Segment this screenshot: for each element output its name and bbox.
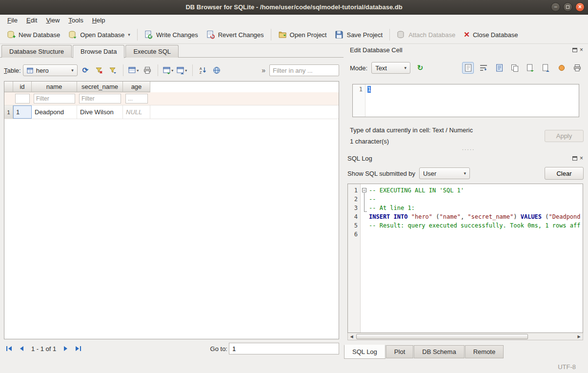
next-page-button[interactable] — [61, 343, 71, 354]
dock-tab-db-schema[interactable]: DB Schema — [414, 345, 464, 358]
cell-id[interactable]: 1 — [13, 105, 32, 119]
set-null-button[interactable] — [556, 62, 568, 74]
float-dock-icon[interactable] — [572, 48, 577, 52]
last-page-button[interactable] — [73, 343, 83, 354]
grid-corner-button[interactable] — [4, 82, 13, 92]
tab-database-structure[interactable]: Database Structure — [1, 45, 72, 58]
edit-cell-title: Edit Database Cell — [350, 46, 403, 54]
dock-tab-plot[interactable]: Plot — [386, 345, 413, 358]
cell-age[interactable]: NULL — [123, 105, 150, 119]
copy-cell-button[interactable] — [509, 62, 521, 74]
fold-collapse-icon[interactable]: − — [362, 188, 366, 192]
import-cell-button[interactable] — [540, 62, 552, 74]
close-button-icon[interactable]: × — [575, 2, 585, 12]
open-database-button[interactable]: Open Database ▾ — [64, 28, 134, 41]
fold-guide-line — [364, 193, 367, 212]
dock-tab-remote[interactable]: Remote — [465, 345, 504, 358]
filter-input-age[interactable] — [125, 94, 148, 104]
dock-tab-sql-log[interactable]: SQL Log — [344, 345, 385, 359]
import-records-button[interactable]: ▾ — [176, 64, 188, 76]
sql-log-title: SQL Log — [347, 155, 372, 162]
filter-options-button[interactable] — [107, 64, 119, 76]
tab-browse-data[interactable]: Browse Data — [73, 45, 124, 58]
row-header[interactable]: 1 — [4, 105, 13, 119]
print-cell-button[interactable] — [571, 62, 583, 74]
clear-log-button[interactable]: Clear — [545, 167, 584, 180]
close-database-button[interactable]: ✕ Close Database — [460, 29, 522, 41]
open-project-button[interactable]: Open Project — [274, 28, 331, 41]
save-project-button[interactable]: Save Project — [331, 28, 386, 41]
next-page-icon — [63, 346, 68, 352]
cell-type-info: Type of data currently in cell: Text / N… — [350, 126, 473, 134]
text-view-button[interactable] — [462, 62, 474, 74]
write-changes-button[interactable]: Write Changes — [141, 28, 202, 41]
menu-edit[interactable]: Edit — [22, 16, 41, 25]
menu-tools[interactable]: Tools — [64, 16, 87, 25]
filter-any-input[interactable] — [269, 64, 339, 76]
jump-to-record-button[interactable] — [211, 64, 223, 76]
goto-input[interactable] — [229, 343, 339, 354]
cell-value-editor[interactable]: 1 1 — [352, 84, 579, 117]
apply-button[interactable]: Apply — [545, 130, 584, 142]
pagination-text: 1 - 1 of 1 — [31, 345, 56, 352]
print-button[interactable] — [142, 64, 153, 76]
scroll-right-icon[interactable]: ▶ — [575, 334, 583, 339]
main-tabbar: Database Structure Browse Data Execute S… — [1, 45, 180, 58]
toolbar-overflow-button[interactable]: » — [260, 66, 267, 74]
clear-filters-button[interactable] — [93, 64, 105, 76]
prev-page-button[interactable] — [16, 343, 27, 354]
filter-input-id[interactable] — [15, 94, 30, 104]
auto-mode-button[interactable]: ↻ — [414, 62, 426, 74]
copy-icon — [511, 64, 519, 72]
menu-view[interactable]: View — [41, 16, 64, 25]
column-header-age[interactable]: age — [123, 82, 150, 92]
minimize-button-icon[interactable]: − — [551, 2, 560, 12]
refresh-button[interactable]: ⟳ — [80, 64, 91, 76]
filter-input-secret-name[interactable] — [79, 94, 121, 104]
sql-log-line: -- Result: query executed successfully. … — [369, 221, 583, 230]
table-label: Table: — [4, 67, 21, 74]
cell-name[interactable]: Deadpond — [32, 105, 77, 119]
menu-help[interactable]: Help — [88, 16, 110, 25]
sql-submitter-combobox[interactable]: User ▾ — [419, 167, 470, 179]
export-cell-button[interactable] — [525, 62, 536, 74]
mode-combobox[interactable]: Text ▾ — [371, 62, 410, 74]
chevron-down-icon: ▾ — [464, 171, 466, 176]
window-title: DB Browser for SQLite - /home/user/code/… — [185, 3, 402, 11]
browse-footer: 1 - 1 of 1 Go to: — [4, 342, 339, 355]
column-header-name[interactable]: name — [32, 82, 77, 92]
sql-log-horizontal-scrollbar[interactable]: ◀ ▶ — [347, 333, 583, 340]
toolbar-separator — [192, 64, 193, 76]
toolbar-separator — [158, 64, 158, 76]
editor-content[interactable]: 1 — [365, 84, 579, 117]
new-record-button[interactable]: ▾ — [128, 64, 140, 76]
open-in-editor-button[interactable] — [493, 62, 505, 74]
export-records-button[interactable]: ▾ — [162, 64, 174, 76]
close-dock-icon[interactable]: × — [580, 47, 583, 52]
open-database-dropdown-icon[interactable]: ▾ — [128, 32, 130, 37]
goto-label: Go to: — [210, 345, 227, 352]
column-header-id[interactable]: id — [13, 82, 32, 92]
revert-changes-button[interactable]: Revert Changes — [203, 28, 268, 41]
filter-input-name[interactable] — [34, 94, 75, 104]
first-page-icon — [6, 346, 13, 352]
table-combobox[interactable]: hero ▾ — [23, 64, 78, 76]
maximize-button-icon[interactable] — [563, 2, 572, 12]
word-wrap-button[interactable] — [478, 62, 489, 74]
cell-secret-name[interactable]: Dive Wilson — [77, 105, 123, 119]
column-header-secret-name[interactable]: secret_name — [77, 82, 123, 92]
new-database-button[interactable]: New Database — [3, 28, 64, 41]
tab-execute-sql[interactable]: Execute SQL — [125, 45, 179, 58]
scrollbar-thumb[interactable] — [356, 334, 528, 339]
close-dock-icon[interactable]: × — [580, 156, 583, 161]
first-page-button[interactable] — [4, 343, 15, 354]
scroll-left-icon[interactable]: ◀ — [348, 334, 355, 339]
dock-splitter-handle[interactable]: ····· — [458, 147, 479, 152]
new-record-icon — [128, 66, 136, 74]
sort-records-button[interactable]: AZ — [197, 64, 209, 76]
word-wrap-icon — [480, 64, 487, 72]
float-dock-icon[interactable] — [572, 156, 577, 161]
menu-file[interactable]: File — [3, 16, 22, 25]
sql-log-line: -- — [369, 195, 583, 204]
sql-log-editor[interactable]: 1 2 3 4 5 6 − -- EXECUTING ALL IN 'SQL 1… — [347, 184, 583, 333]
